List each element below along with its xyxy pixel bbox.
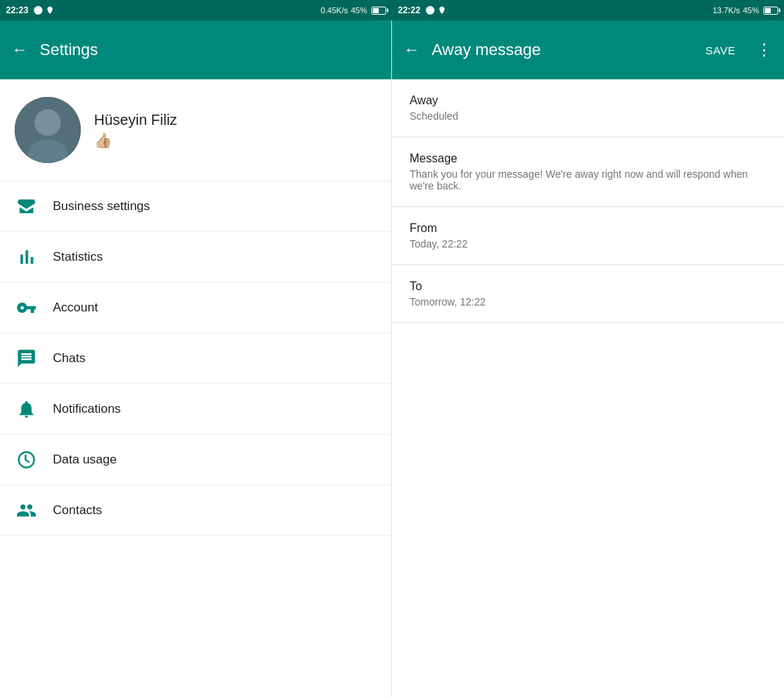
menu-label-data-usage: Data usage xyxy=(53,452,117,467)
right-status-icons xyxy=(425,5,446,15)
away-status-title: Away xyxy=(410,94,766,107)
settings-panel: ← Settings Hüseyin Filiz 👍🏼 xyxy=(0,21,392,697)
left-status-icons xyxy=(33,5,54,15)
menu-label-contacts: Contacts xyxy=(53,503,102,518)
menu-label-statistics: Statistics xyxy=(53,250,103,264)
away-from-label: From xyxy=(410,222,766,235)
menu-item-business-settings[interactable]: Business settings xyxy=(0,181,391,232)
away-message-label: Message xyxy=(410,152,766,165)
away-to-label: To xyxy=(410,280,766,293)
away-row-to[interactable]: To Tomorrow, 12:22 xyxy=(392,265,784,323)
away-save-button[interactable]: SAVE xyxy=(705,44,736,57)
left-battery-icon xyxy=(371,7,386,15)
settings-title: Settings xyxy=(40,40,380,59)
menu-item-chats[interactable]: Chats xyxy=(0,333,391,384)
menu-item-notifications[interactable]: Notifications xyxy=(0,384,391,435)
profile-status-emoji: 👍🏼 xyxy=(94,131,177,149)
right-status-bar: 22:22 13.7K/s 45% xyxy=(392,5,784,15)
right-speed: 13.7K/s xyxy=(713,6,740,15)
left-speed: 0.45K/s xyxy=(321,6,348,15)
right-time: 22:22 xyxy=(398,5,421,15)
away-more-button[interactable]: ⋮ xyxy=(756,40,772,59)
menu-label-notifications: Notifications xyxy=(53,402,121,416)
away-to-value: Tomorrow, 12:22 xyxy=(410,296,766,308)
menu-label-business-settings: Business settings xyxy=(53,199,150,214)
away-message-header: ← Away message SAVE ⋮ xyxy=(392,21,784,79)
profile-info: Hüseyin Filiz 👍🏼 xyxy=(94,112,177,149)
menu-item-contacts[interactable]: Contacts xyxy=(0,485,391,536)
avatar-image xyxy=(15,97,81,163)
menu-item-account[interactable]: Account xyxy=(0,283,391,333)
left-battery-text: 45% xyxy=(351,6,367,15)
away-content: Away Scheduled Message Thank you for you… xyxy=(392,79,784,697)
contacts-icon xyxy=(15,499,38,522)
data-usage-icon xyxy=(15,448,38,472)
away-row-status[interactable]: Away Scheduled xyxy=(392,79,784,137)
away-row-message[interactable]: Message Thank you for your message! We'r… xyxy=(392,137,784,207)
away-back-button[interactable]: ← xyxy=(404,42,420,58)
away-row-from[interactable]: From Today, 22:22 xyxy=(392,207,784,265)
settings-header: ← Settings xyxy=(0,21,391,79)
profile-section[interactable]: Hüseyin Filiz 👍🏼 xyxy=(0,79,391,181)
left-time: 22:23 xyxy=(6,5,29,15)
store-icon xyxy=(15,195,38,218)
avatar xyxy=(15,97,81,163)
right-battery-text: 45% xyxy=(743,6,759,15)
away-message-text: Thank you for your message! We're away r… xyxy=(410,168,766,192)
menu-label-account: Account xyxy=(53,300,98,315)
bell-icon xyxy=(15,397,38,421)
menu-item-data-usage[interactable]: Data usage xyxy=(0,435,391,485)
away-status-value: Scheduled xyxy=(410,110,766,122)
right-battery-icon xyxy=(763,7,778,15)
chat-icon xyxy=(15,347,38,370)
away-message-title: Away message xyxy=(432,40,694,59)
settings-back-button[interactable]: ← xyxy=(12,42,28,58)
right-battery-group: 13.7K/s 45% xyxy=(713,6,778,15)
settings-menu-list: Business settings Statistics Accou xyxy=(0,181,391,697)
away-from-value: Today, 22:22 xyxy=(410,238,766,250)
left-battery-group: 0.45K/s 45% xyxy=(321,6,386,15)
bar-chart-icon xyxy=(15,245,38,269)
menu-label-chats: Chats xyxy=(53,351,85,366)
profile-name: Hüseyin Filiz xyxy=(94,112,177,129)
away-message-panel: ← Away message SAVE ⋮ Away Scheduled Mes… xyxy=(392,21,784,697)
svg-point-3 xyxy=(35,109,61,136)
left-status-bar: 22:23 0.45K/s 45% xyxy=(0,5,392,15)
key-icon xyxy=(15,296,38,319)
menu-item-statistics[interactable]: Statistics xyxy=(0,232,391,283)
